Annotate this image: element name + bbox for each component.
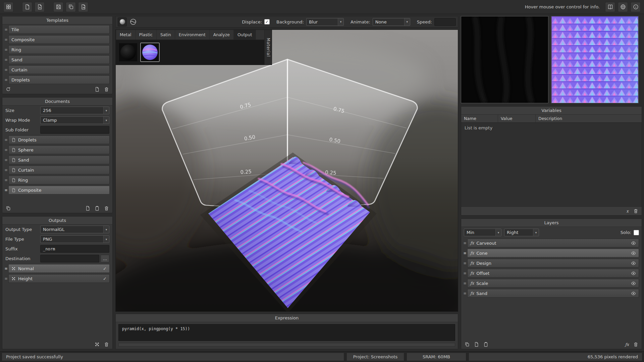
enabled-check-icon[interactable]: ✓ [103,276,107,281]
normal-map-preview[interactable] [551,16,639,103]
document-item[interactable]: ≡ Sphere [4,145,110,154]
eye-icon[interactable] [631,281,636,286]
drag-handle-icon[interactable]: ≡ [4,78,8,82]
expression-scrollbar[interactable] [118,343,455,347]
displace-checkbox[interactable]: ✓ [264,19,270,24]
drag-handle-icon[interactable]: ≡ [4,48,8,52]
displaced-sphere-preview-button[interactable] [128,17,138,26]
drag-handle-icon[interactable]: ≡ [463,291,467,296]
new-document-button[interactable] [22,2,32,12]
material-tab[interactable]: Output [234,30,256,40]
blend-mode-dropdown[interactable]: Min ▾ [464,229,501,236]
fx-icon[interactable]: ƒx [625,342,629,347]
material-tab[interactable]: Environment [175,30,210,40]
template-item[interactable]: ≡ Ring [4,45,110,54]
variables-column-header[interactable]: Value [498,115,536,122]
template-item[interactable]: ≡ Sand [4,55,110,64]
drag-handle-icon[interactable]: ≡ [4,178,8,182]
app-menu-button[interactable] [3,2,13,12]
drag-handle-icon[interactable]: ≡ [4,138,8,142]
file-type-dropdown[interactable]: PNG ▾ [40,235,109,243]
expression-input[interactable]: pyramid(x, pingpong(y * 15)) [118,324,455,341]
export-button[interactable] [78,2,88,12]
save-button[interactable] [53,2,63,12]
eye-icon[interactable] [631,271,636,276]
drag-handle-icon[interactable]: ≡ [4,168,8,172]
material-tab[interactable]: Satin [157,30,175,40]
layer-row[interactable]: ≡ ƒx Cone [463,249,639,257]
template-item[interactable]: ≡ Droplets [4,75,110,84]
wrap-mode-dropdown[interactable]: Clamp ▾ [40,116,109,124]
viewport-3d-render[interactable]: 0.75 0.50 0.25 0.75 0.50 0.25 [116,30,458,311]
delete-template-icon[interactable] [104,87,109,92]
drag-handle-icon[interactable]: ≡ [4,266,8,271]
new-document-icon[interactable] [85,206,90,211]
speed-input[interactable] [434,18,456,26]
suffix-input[interactable]: _norm [40,245,109,253]
duplicate-layer-icon[interactable] [465,342,470,347]
output-channel-row[interactable]: ≡ Normal ✓ [4,264,110,273]
variables-column-header[interactable]: Description [536,115,642,122]
size-dropdown[interactable]: 256 ▾ [40,107,109,114]
variables-column-header[interactable]: Name [461,115,498,122]
variable-x-icon[interactable]: x [626,209,629,214]
save-copy-button[interactable] [66,2,76,12]
eye-icon[interactable] [631,241,636,246]
layer-row[interactable]: ≡ ƒx Offset [463,269,639,278]
height-map-preview[interactable] [461,16,548,103]
drag-handle-icon[interactable]: ≡ [4,58,8,62]
eye-icon[interactable] [631,261,636,266]
browse-button[interactable]: ... [101,255,109,262]
document-item[interactable]: ≡ Ring [4,176,110,184]
eye-icon[interactable] [631,291,636,296]
drag-handle-icon[interactable]: ≡ [463,241,467,245]
document-item[interactable]: ≡ Curtain [4,166,110,174]
material-tab[interactable]: Plastic [136,30,157,40]
new-template-icon[interactable] [95,87,100,92]
output-channel-row[interactable]: ≡ Height ✓ [4,274,110,283]
drag-handle-icon[interactable]: ≡ [4,68,8,72]
drag-handle-icon[interactable]: ≡ [463,281,467,286]
subfolder-input[interactable] [40,126,109,134]
delete-layer-icon[interactable] [633,342,638,347]
material-side-tab[interactable]: Material [264,30,272,65]
eye-icon[interactable] [631,251,636,256]
document-item[interactable]: ≡ Droplets [4,135,110,144]
template-item[interactable]: ≡ Tile [4,25,110,34]
material-thumb-dark-sphere[interactable] [118,43,138,62]
drag-handle-icon[interactable]: ≡ [4,38,8,42]
paste-layer-icon[interactable] [483,342,488,347]
new-output-icon[interactable] [95,342,100,347]
layer-row[interactable]: ≡ ƒx Sand [463,289,639,298]
delete-variable-icon[interactable] [633,208,638,214]
template-item[interactable]: ≡ Curtain [4,65,110,74]
animate-dropdown[interactable]: None ▾ [373,18,410,26]
drag-handle-icon[interactable]: ≡ [4,148,8,152]
delete-document-icon[interactable] [104,206,109,211]
material-tab[interactable]: Metal [116,30,136,40]
drag-handle-icon[interactable]: ≡ [4,277,8,281]
drag-handle-icon[interactable]: ≡ [4,27,8,32]
sphere-preview-button[interactable] [118,17,127,26]
material-tab[interactable]: Analyze [210,30,234,40]
background-dropdown[interactable]: Blur ▾ [306,18,344,26]
drag-handle-icon[interactable]: ≡ [4,158,8,162]
website-button[interactable] [618,2,628,12]
solo-checkbox[interactable] [634,230,639,235]
template-item[interactable]: ≡ Composite [4,35,110,44]
drag-handle-icon[interactable]: ≡ [4,188,8,192]
delete-output-icon[interactable] [104,342,109,347]
copy-layer-icon[interactable] [474,342,479,347]
document-item[interactable]: ≡ Composite [4,186,110,194]
layer-row[interactable]: ≡ ƒx Carveout [463,239,639,247]
output-type-dropdown[interactable]: NormalGL ▾ [40,226,109,233]
destination-input[interactable] [40,255,99,262]
drag-handle-icon[interactable]: ≡ [463,251,467,255]
docs-button[interactable] [605,2,615,12]
drag-handle-icon[interactable]: ≡ [463,271,467,276]
layer-row[interactable]: ≡ ƒx Scale [463,279,639,288]
material-thumb-normal-sphere[interactable] [140,43,160,62]
layer-row[interactable]: ≡ ƒx Design [463,259,639,267]
duplicate-document-icon[interactable] [6,206,11,211]
drag-handle-icon[interactable]: ≡ [463,261,467,265]
